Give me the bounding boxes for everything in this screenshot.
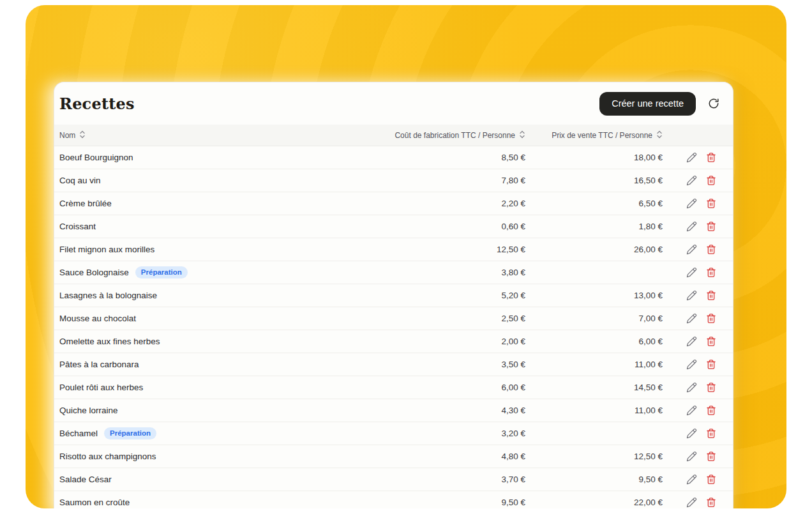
table-header-row: Nom Coût de fabrication TTC / Personne P…: [54, 125, 733, 146]
edit-button[interactable]: [686, 336, 697, 347]
pencil-icon: [686, 405, 697, 416]
delete-button[interactable]: [706, 336, 716, 347]
recipe-name: Saumon en croûte: [59, 498, 130, 507]
price-value: 18,00 €: [525, 153, 663, 162]
table-row[interactable]: Béchamel Préparation 3,20 €: [54, 422, 733, 445]
edit-button[interactable]: [686, 244, 697, 255]
trash-icon: [706, 244, 716, 255]
delete-button[interactable]: [706, 175, 716, 186]
recipe-name: Salade César: [59, 475, 112, 484]
trash-icon: [706, 405, 716, 416]
preparation-badge: Préparation: [104, 427, 156, 440]
price-value: 7,00 €: [525, 314, 663, 323]
price-value: 11,00 €: [525, 360, 663, 369]
table-row[interactable]: Risotto aux champignons 4,80 € 12,50 €: [54, 445, 733, 468]
recipe-name: Risotto aux champignons: [59, 452, 156, 461]
price-value: 11,00 €: [525, 406, 663, 415]
table-row[interactable]: Poulet rôti aux herbes 6,00 € 14,50 €: [54, 376, 733, 399]
delete-button[interactable]: [706, 428, 716, 439]
edit-button[interactable]: [686, 382, 697, 393]
recipe-name: Crème brûlée: [59, 199, 112, 208]
table-row[interactable]: Coq au vin 7,80 € 16,50 €: [54, 169, 733, 192]
table-row[interactable]: Lasagnes à la bolognaise 5,20 € 13,00 €: [54, 284, 733, 307]
delete-button[interactable]: [706, 313, 716, 324]
edit-button[interactable]: [686, 497, 697, 508]
trash-icon: [706, 290, 716, 301]
trash-icon: [706, 221, 716, 232]
table-row[interactable]: Mousse au chocolat 2,50 € 7,00 €: [54, 307, 733, 330]
delete-button[interactable]: [706, 267, 716, 278]
cost-value: 5,20 €: [385, 291, 525, 300]
column-header-nom[interactable]: Nom: [54, 130, 385, 141]
table-row[interactable]: Sauce Bolognaise Préparation 3,80 €: [54, 261, 733, 284]
edit-button[interactable]: [686, 290, 697, 301]
cost-value: 6,00 €: [385, 383, 525, 392]
column-header-cout-fabrication[interactable]: Coût de fabrication TTC / Personne: [385, 130, 525, 141]
delete-button[interactable]: [706, 152, 716, 163]
delete-button[interactable]: [706, 221, 716, 232]
table-row[interactable]: Pâtes à la carbonara 3,50 € 11,00 €: [54, 353, 733, 376]
pencil-icon: [686, 290, 697, 301]
delete-button[interactable]: [706, 497, 716, 508]
trash-icon: [706, 313, 716, 324]
cost-value: 0,60 €: [385, 222, 525, 231]
trash-icon: [706, 359, 716, 370]
table-row[interactable]: Saumon en croûte 9,50 € 22,00 €: [54, 491, 733, 508]
create-recipe-button[interactable]: Créer une recette: [599, 92, 696, 116]
column-header-prix-vente[interactable]: Prix de vente TTC / Personne: [525, 130, 663, 141]
delete-button[interactable]: [706, 244, 716, 255]
edit-button[interactable]: [686, 474, 697, 485]
pencil-icon: [686, 451, 697, 462]
sort-chevrons-icon: [79, 130, 86, 141]
cost-value: 4,80 €: [385, 452, 525, 461]
pencil-icon: [686, 267, 697, 278]
pencil-icon: [686, 198, 697, 209]
table-row[interactable]: Salade César 3,70 € 9,50 €: [54, 468, 733, 491]
price-value: 12,50 €: [525, 452, 663, 461]
column-label: Prix de vente TTC / Personne: [552, 131, 652, 140]
table-row[interactable]: Filet mignon aux morilles 12,50 € 26,00 …: [54, 238, 733, 261]
delete-button[interactable]: [706, 198, 716, 209]
edit-button[interactable]: [686, 359, 697, 370]
edit-button[interactable]: [686, 152, 697, 163]
price-value: 9,50 €: [525, 475, 663, 484]
delete-button[interactable]: [706, 382, 716, 393]
delete-button[interactable]: [706, 290, 716, 301]
pencil-icon: [686, 382, 697, 393]
table-row[interactable]: Omelette aux fines herbes 2,00 € 6,00 €: [54, 330, 733, 353]
table-row[interactable]: Quiche lorraine 4,30 € 11,00 €: [54, 399, 733, 422]
edit-button[interactable]: [686, 267, 697, 278]
table-row[interactable]: Boeuf Bourguignon 8,50 € 18,00 €: [54, 146, 733, 169]
header-actions: Créer une recette: [599, 92, 721, 116]
recipe-name: Quiche lorraine: [59, 406, 118, 415]
cost-value: 2,00 €: [385, 337, 525, 346]
table-row[interactable]: Crème brûlée 2,20 € 6,50 €: [54, 192, 733, 215]
recipe-name: Boeuf Bourguignon: [59, 153, 133, 162]
delete-button[interactable]: [706, 474, 716, 485]
pencil-icon: [686, 474, 697, 485]
cost-value: 12,50 €: [385, 245, 525, 254]
recipe-name: Poulet rôti aux herbes: [59, 383, 143, 392]
trash-icon: [706, 198, 716, 209]
delete-button[interactable]: [706, 451, 716, 462]
edit-button[interactable]: [686, 451, 697, 462]
delete-button[interactable]: [706, 405, 716, 416]
delete-button[interactable]: [706, 359, 716, 370]
edit-button[interactable]: [686, 313, 697, 324]
recipe-name: Filet mignon aux morilles: [59, 245, 154, 254]
edit-button[interactable]: [686, 175, 697, 186]
edit-button[interactable]: [686, 198, 697, 209]
recipe-name: Mousse au chocolat: [59, 314, 136, 323]
edit-button[interactable]: [686, 428, 697, 439]
refresh-icon: [708, 98, 719, 109]
edit-button[interactable]: [686, 221, 697, 232]
price-value: 14,50 €: [525, 383, 663, 392]
trash-icon: [706, 497, 716, 508]
refresh-button[interactable]: [706, 96, 721, 111]
pencil-icon: [686, 221, 697, 232]
table-row[interactable]: Croissant 0,60 € 1,80 €: [54, 215, 733, 238]
price-value: 6,00 €: [525, 337, 663, 346]
yellow-background-canvas: Recettes Créer une recette Nom: [26, 5, 786, 508]
recipe-name: Omelette aux fines herbes: [59, 337, 160, 346]
edit-button[interactable]: [686, 405, 697, 416]
